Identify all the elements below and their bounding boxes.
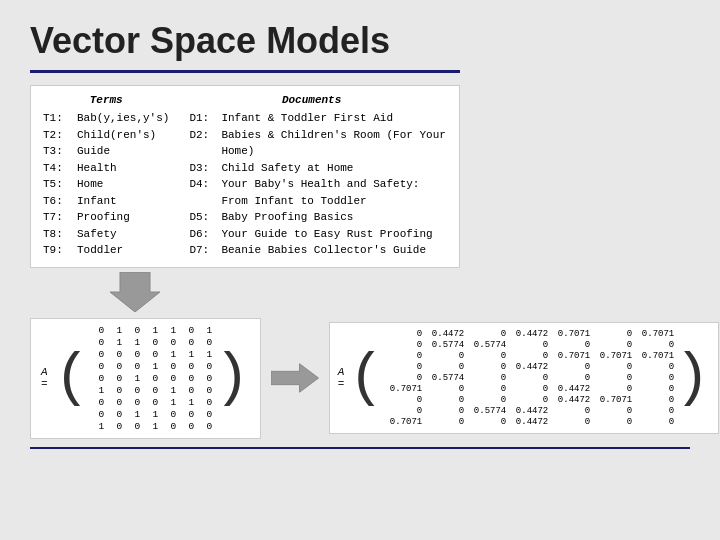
matrix-cell: 0 — [110, 421, 122, 432]
doc-row: D7:Beanie Babies Collector's Guide — [189, 242, 447, 259]
matrix-cell: 0 — [182, 337, 194, 348]
matrix-b-cell: 0 — [384, 373, 422, 383]
matrix-b-cell: 0 — [426, 417, 464, 427]
matrix-cell: 1 — [182, 349, 194, 360]
matrix-row: 0011000 — [92, 409, 212, 420]
term-label: T9: — [43, 242, 71, 259]
term-row: T1:Bab(y,ies,y's) — [43, 110, 169, 127]
term-value: Bab(y,ies,y's) — [77, 110, 169, 127]
doc-row: D6:Your Guide to Easy Rust Proofing — [189, 226, 447, 243]
matrix-cell: 0 — [128, 325, 140, 336]
matrix-row: 0110000 — [92, 337, 212, 348]
term-value: Home — [77, 176, 103, 193]
svg-marker-0 — [110, 272, 160, 312]
matrix-b-row: 00000.70710.70710.7071 — [384, 351, 674, 361]
matrix-b-cell: 0 — [384, 362, 422, 372]
matrix-b-cell: 0 — [636, 406, 674, 416]
matrix-cell: 0 — [92, 361, 104, 372]
matrix-cell: 0 — [92, 325, 104, 336]
matrix-b-cell: 0.4472 — [552, 395, 590, 405]
matrix-b-cell: 0 — [552, 406, 590, 416]
matrix-b-box: A = ( 00.447200.44720.707100.707100.5774… — [329, 322, 720, 434]
matrix-b-cell: 0 — [552, 362, 590, 372]
matrix-cell: 0 — [200, 409, 212, 420]
matrix-b-cell: 0 — [468, 384, 506, 394]
doc-title: Babies & Children's Room (For Your Home) — [221, 127, 447, 160]
matrix-a-right-bracket: ) — [214, 348, 250, 408]
doc-label: D1: — [189, 110, 215, 127]
term-row: T2:Child(ren's) — [43, 127, 169, 144]
matrix-b-cell: 0 — [594, 406, 632, 416]
matrix-cell: 0 — [182, 325, 194, 336]
matrix-cell: 0 — [164, 421, 176, 432]
matrix-cell: 0 — [146, 385, 158, 396]
matrix-b-cell: 0.7071 — [594, 395, 632, 405]
matrix-cell: 1 — [164, 397, 176, 408]
matrix-b-cell: 0 — [384, 340, 422, 350]
matrix-b-cell: 0 — [426, 362, 464, 372]
matrix-b-cell: 0 — [594, 329, 632, 339]
matrix-b-row: 00.57740.57740000 — [384, 340, 674, 350]
matrix-b-cell: 0.4472 — [510, 417, 548, 427]
matrix-cell: 0 — [146, 337, 158, 348]
matrix-b-cell: 0 — [384, 406, 422, 416]
matrix-b-row: 00.447200.44720.707100.7071 — [384, 329, 674, 339]
doc-title: Your Guide to Easy Rust Proofing — [221, 226, 432, 243]
doc-row: D4:Your Baby's Health and Safety: From I… — [189, 176, 447, 209]
matrix-cell: 1 — [146, 421, 158, 432]
term-value: Health — [77, 160, 117, 177]
matrix-b-cell: 0 — [468, 329, 506, 339]
matrix-row: 0010000 — [92, 373, 212, 384]
documents-column: Documents D1:Infant & Toddler First AidD… — [189, 94, 447, 259]
matrix-b-cell: 0 — [384, 329, 422, 339]
doc-label: D5: — [189, 209, 215, 226]
matrix-cell: 1 — [164, 349, 176, 360]
content-area: Terms T1:Bab(y,ies,y's)T2:Child(ren's)T3… — [30, 85, 690, 449]
matrix-b-cell: 0 — [552, 340, 590, 350]
matrices-row: A = ( 0101101011000000001110001000001000… — [30, 318, 719, 439]
doc-row: D3:Child Safety at Home — [189, 160, 447, 177]
matrix-b-row: 00.577400000 — [384, 373, 674, 383]
matrix-b-row: 0000.4472000 — [384, 362, 674, 372]
matrix-b-cell: 0.4472 — [510, 406, 548, 416]
matrix-b-cell: 0 — [510, 373, 548, 383]
matrix-b-cell: 0 — [426, 384, 464, 394]
matrix-row: 1000100 — [92, 385, 212, 396]
matrix-cell: 1 — [128, 337, 140, 348]
doc-label: D3: — [189, 160, 215, 177]
term-row: T3:Guide — [43, 143, 169, 160]
doc-row: D2:Babies & Children's Room (For Your Ho… — [189, 127, 447, 160]
matrix-b-cell: 0 — [468, 417, 506, 427]
term-value: Safety — [77, 226, 117, 243]
term-row: T5:Home — [43, 176, 169, 193]
doc-title: Child Safety at Home — [221, 160, 353, 177]
matrix-cell: 0 — [200, 385, 212, 396]
matrix-b-cell: 0.4472 — [510, 362, 548, 372]
matrix-cell: 1 — [128, 373, 140, 384]
matrix-b-cell: 0 — [510, 340, 548, 350]
matrix-b-cell: 0 — [552, 417, 590, 427]
matrix-cell: 0 — [110, 349, 122, 360]
matrix-b-cell: 0.7071 — [636, 329, 674, 339]
matrix-cell: 1 — [164, 385, 176, 396]
matrix-b-cell: 0.7071 — [552, 351, 590, 361]
matrix-a-label: A = — [41, 366, 50, 390]
matrix-cell: 0 — [128, 397, 140, 408]
svg-marker-1 — [271, 364, 319, 393]
matrix-cell: 0 — [164, 337, 176, 348]
term-label: T3: — [43, 143, 71, 160]
doc-label: D7: — [189, 242, 215, 259]
matrix-cell: 0 — [200, 397, 212, 408]
matrix-cell: 0 — [146, 397, 158, 408]
down-arrow — [110, 272, 160, 312]
term-label: T4: — [43, 160, 71, 177]
matrix-b-cell: 0 — [594, 340, 632, 350]
matrix-b-content: 00.447200.44720.707100.707100.57740.5774… — [384, 329, 674, 427]
matrix-cell: 0 — [110, 385, 122, 396]
matrix-cell: 0 — [92, 337, 104, 348]
matrix-b-cell: 0 — [426, 351, 464, 361]
doc-title: Your Baby's Health and Safety: From Infa… — [221, 176, 447, 209]
matrix-cell: 0 — [92, 409, 104, 420]
matrix-a-content: 0101101011000000001110001000001000010001… — [90, 325, 214, 432]
matrix-row: 0000111 — [92, 349, 212, 360]
